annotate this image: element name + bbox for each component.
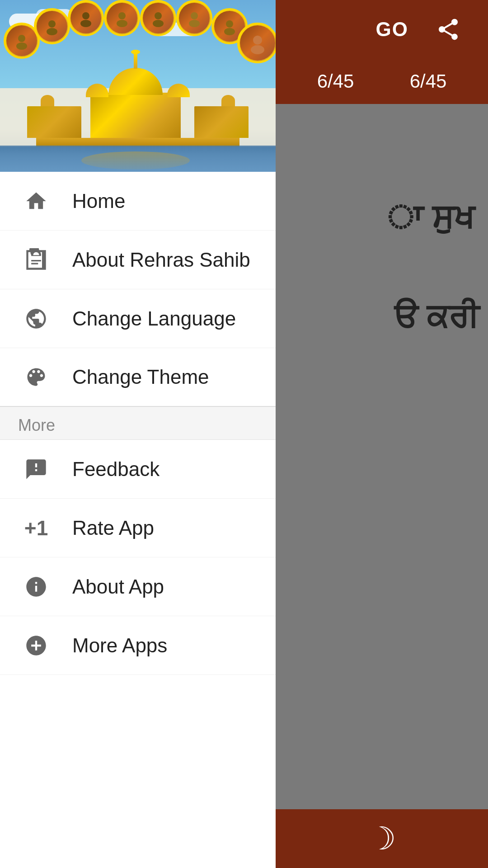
- menu-item-home[interactable]: Home: [0, 172, 276, 231]
- svg-point-10: [191, 12, 198, 19]
- menu-item-change-theme[interactable]: Change Theme: [0, 348, 276, 407]
- menu-item-feedback[interactable]: Feedback: [0, 440, 276, 499]
- svg-point-8: [155, 12, 162, 19]
- info-icon: [24, 575, 48, 599]
- svg-point-0: [18, 35, 25, 42]
- portraits-arc: [0, 0, 276, 72]
- page-counter: 6/45 6/45: [276, 59, 488, 104]
- more-label: More: [18, 416, 55, 434]
- punjabi-text-2: ੳ ਕਰੀ: [394, 298, 479, 336]
- svg-point-6: [118, 12, 126, 19]
- svg-point-11: [189, 20, 200, 27]
- svg-point-7: [117, 20, 127, 27]
- page-right: 6/45: [410, 71, 447, 92]
- add-circle-icon: [24, 634, 48, 657]
- svg-point-3: [47, 28, 57, 35]
- globe-icon: [24, 307, 48, 330]
- svg-point-14: [253, 36, 262, 45]
- rate-icon: +1: [24, 516, 48, 540]
- menu-item-about-rehras[interactable]: About Rehras Sahib: [0, 231, 276, 289]
- svg-rect-17: [31, 263, 38, 264]
- book-icon: [24, 248, 48, 272]
- menu-label-rate-app: Rate App: [72, 517, 154, 539]
- svg-point-4: [82, 12, 89, 19]
- menu-list: Home About Rehras Sahib Change Language: [0, 172, 276, 868]
- menu-label-about-app: About App: [72, 576, 164, 598]
- navigation-drawer: Home About Rehras Sahib Change Language: [0, 0, 276, 868]
- svg-point-13: [224, 28, 235, 35]
- moon-bar[interactable]: ☽: [276, 809, 488, 868]
- svg-rect-16: [31, 260, 41, 261]
- svg-point-5: [80, 20, 91, 27]
- menu-item-more-apps[interactable]: More Apps: [0, 616, 276, 675]
- menu-label-more-apps: More Apps: [72, 634, 167, 657]
- menu-label-home: Home: [72, 190, 125, 212]
- menu-label-change-theme: Change Theme: [72, 366, 209, 388]
- svg-point-2: [48, 20, 56, 28]
- svg-point-12: [226, 20, 233, 28]
- punjabi-text-1: ਾ ਸੁਖ: [387, 199, 474, 237]
- menu-label-change-language: Change Language: [72, 307, 236, 330]
- menu-label-about-rehras: About Rehras Sahib: [72, 249, 250, 271]
- svg-point-1: [16, 42, 27, 50]
- moon-icon: ☽: [368, 820, 396, 857]
- share-icon[interactable]: [436, 17, 461, 42]
- menu-item-rate-app[interactable]: +1 Rate App: [0, 499, 276, 557]
- home-icon: [24, 189, 48, 213]
- more-section-header: More: [0, 407, 276, 440]
- go-button[interactable]: GO: [376, 18, 408, 41]
- page-left: 6/45: [317, 71, 354, 92]
- menu-label-feedback: Feedback: [72, 458, 160, 481]
- menu-item-about-app[interactable]: About App: [0, 557, 276, 616]
- feedback-icon: [24, 458, 48, 481]
- menu-item-change-language[interactable]: Change Language: [0, 289, 276, 348]
- svg-point-15: [251, 45, 264, 54]
- svg-point-9: [153, 20, 164, 27]
- drawer-header-image: [0, 0, 276, 172]
- palette-icon: [24, 365, 48, 389]
